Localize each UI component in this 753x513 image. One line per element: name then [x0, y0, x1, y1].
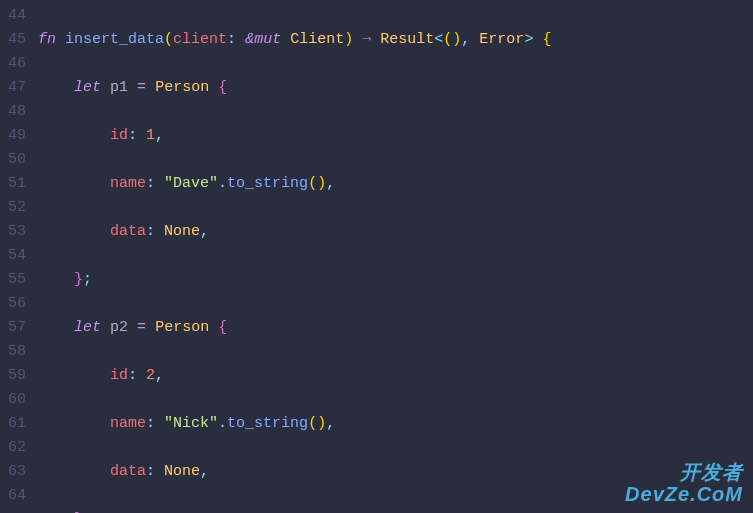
code-line[interactable]: data: None, — [38, 220, 753, 244]
line-number-gutter: 44 45 46 47 48 49 50 51 52 53 54 55 56 5… — [0, 0, 38, 513]
code-line[interactable]: fn insert_data(client: &mut Client) → Re… — [38, 28, 753, 52]
code-area[interactable]: fn insert_data(client: &mut Client) → Re… — [38, 0, 753, 513]
watermark: 开发者 DevZe.CoM — [625, 461, 743, 505]
code-line[interactable]: }; — [38, 508, 753, 513]
code-line[interactable]: }; — [38, 268, 753, 292]
line-number: 47 — [8, 76, 26, 100]
line-number: 51 — [8, 172, 26, 196]
line-number: 52 — [8, 196, 26, 220]
code-line[interactable]: let p2 = Person { — [38, 316, 753, 340]
line-number: 49 — [8, 124, 26, 148]
line-number: 46 — [8, 52, 26, 76]
line-number: 64 — [8, 484, 26, 508]
line-number: 58 — [8, 340, 26, 364]
code-line[interactable]: id: 2, — [38, 364, 753, 388]
line-number: 45 — [8, 28, 26, 52]
line-number: 63 — [8, 460, 26, 484]
line-number: 57 — [8, 316, 26, 340]
line-number: 48 — [8, 100, 26, 124]
code-editor: 44 45 46 47 48 49 50 51 52 53 54 55 56 5… — [0, 0, 753, 513]
code-line[interactable]: name: "Nick".to_string(), — [38, 412, 753, 436]
line-number: 54 — [8, 244, 26, 268]
watermark-line2: DevZe.CoM — [625, 483, 743, 505]
line-number: 60 — [8, 388, 26, 412]
line-number: 55 — [8, 268, 26, 292]
code-line[interactable]: name: "Dave".to_string(), — [38, 172, 753, 196]
code-line[interactable]: let p1 = Person { — [38, 76, 753, 100]
line-number: 56 — [8, 292, 26, 316]
watermark-line1: 开发者 — [625, 461, 743, 483]
line-number: 62 — [8, 436, 26, 460]
line-number: 50 — [8, 148, 26, 172]
line-number: 59 — [8, 364, 26, 388]
line-number: 53 — [8, 220, 26, 244]
line-number: 61 — [8, 412, 26, 436]
code-line[interactable]: id: 1, — [38, 124, 753, 148]
line-number: 44 — [8, 4, 26, 28]
